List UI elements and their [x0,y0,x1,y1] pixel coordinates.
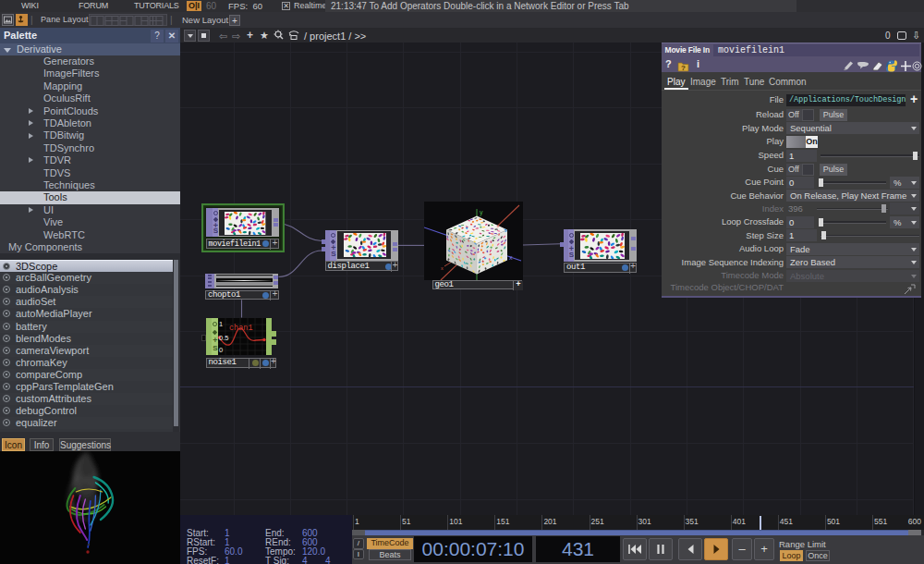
svg-text:x: x [509,254,513,261]
svg-text:0: 0 [219,346,223,354]
svg-text:x: x [441,265,444,271]
svg-text:chan1: chan1 [229,324,253,333]
svg-text:y: y [480,209,483,216]
svg-text:0.5: 0.5 [219,334,228,342]
svg-text:?: ? [681,64,686,72]
svg-text:1: 1 [219,320,223,328]
